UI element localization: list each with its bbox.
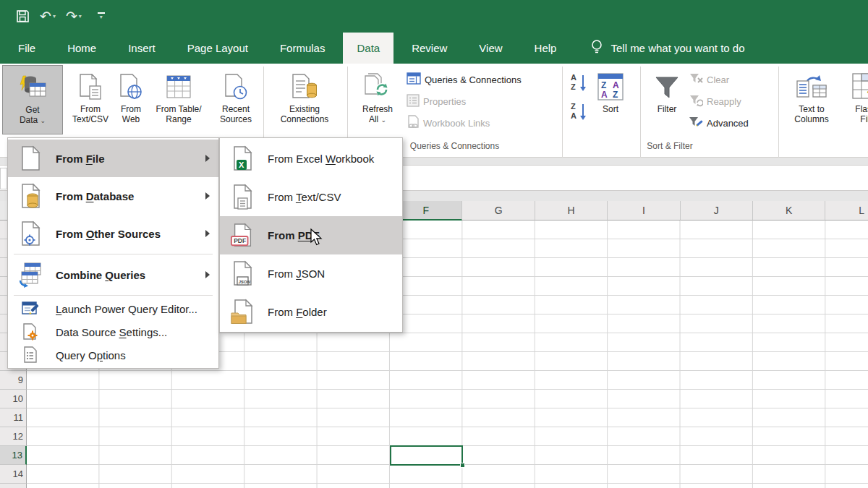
recent-sources-button[interactable]: RecentSources xyxy=(211,65,260,134)
existing-connections-icon xyxy=(290,69,319,101)
dropdown-caret-icon: ⌄ xyxy=(41,117,46,124)
menu-item-from-file[interactable]: From File xyxy=(8,140,218,177)
tab-formulas[interactable]: Formulas xyxy=(266,33,339,64)
combine-queries-icon xyxy=(18,262,43,288)
save-icon[interactable] xyxy=(16,9,30,23)
mouse-cursor xyxy=(310,228,326,250)
sort-icon: ZAAZ xyxy=(597,69,624,101)
text-to-columns-icon xyxy=(796,69,827,101)
menu-item-launch-power-query-editor[interactable]: Launch Power Query Editor... xyxy=(8,297,218,320)
ribbon-tab-bar: File Home Insert Page Layout Formulas Da… xyxy=(0,33,868,64)
svg-text:A: A xyxy=(571,73,576,82)
tab-file[interactable]: File xyxy=(4,33,49,64)
refresh-all-icon xyxy=(363,69,392,101)
file-document-icon xyxy=(18,145,43,171)
menu-separator xyxy=(14,295,213,296)
folder-icon xyxy=(230,299,255,326)
svg-text:X: X xyxy=(239,160,244,169)
excel-workbook-icon: X xyxy=(230,145,255,173)
queries-connections-button[interactable]: Queries & Connections xyxy=(407,71,522,88)
sort-button[interactable]: ZAAZ Sort xyxy=(592,65,629,134)
tab-view[interactable]: View xyxy=(465,33,516,64)
row-header-14[interactable]: 14 xyxy=(0,465,27,484)
menu-item-query-options[interactable]: Query Options xyxy=(8,343,218,367)
svg-text:Z: Z xyxy=(601,80,606,90)
undo-button[interactable]: ↶▾ xyxy=(40,9,56,23)
row-header-15[interactable]: 15 xyxy=(0,484,27,488)
svg-text:PDF: PDF xyxy=(234,237,246,244)
from-table-range-button[interactable]: From Table/Range xyxy=(146,65,211,134)
properties-icon xyxy=(407,94,420,109)
properties-button: Properties xyxy=(407,93,466,110)
flash-fill-button[interactable]: FlashFill xyxy=(841,65,868,134)
advanced-filter-button[interactable]: Advanced xyxy=(689,114,749,132)
menu-item-from-other-sources[interactable]: From Other Sources xyxy=(8,215,218,252)
queries-connections-icon xyxy=(407,72,421,87)
recent-sources-icon xyxy=(223,69,249,101)
submenu-item-from-text-csv[interactable]: From Text/CSV xyxy=(220,178,402,216)
existing-connections-button[interactable]: ExistingConnections xyxy=(267,65,342,134)
pdf-icon: PDF xyxy=(230,222,255,249)
sort-descending-button[interactable]: ZA xyxy=(569,101,590,124)
tab-help[interactable]: Help xyxy=(521,33,571,64)
tab-page-layout[interactable]: Page Layout xyxy=(174,33,262,64)
column-header-G[interactable]: G xyxy=(462,201,535,221)
dropdown-caret-icon: ⌄ xyxy=(381,116,387,124)
submenu-arrow-icon xyxy=(205,271,210,278)
column-header-H[interactable]: H xyxy=(535,201,608,221)
from-text-csv-icon xyxy=(77,69,103,101)
tab-data[interactable]: Data xyxy=(343,33,393,64)
title-bar: ↶▾ ↷▾ ▾ xyxy=(0,0,868,33)
customize-quick-access-icon[interactable]: ▾ xyxy=(98,12,105,20)
svg-text:A: A xyxy=(601,90,608,100)
filter-button[interactable]: Filter xyxy=(647,65,687,134)
text-csv-icon xyxy=(230,184,255,211)
clear-filter-button: Clear xyxy=(689,71,729,88)
column-header-I[interactable]: I xyxy=(608,201,680,221)
from-web-button[interactable]: FromWeb xyxy=(116,65,146,134)
group-label-sort-filter: Sort & Filter xyxy=(562,141,778,151)
submenu-arrow-icon xyxy=(205,230,210,237)
row-header-12[interactable]: 12 xyxy=(0,427,27,446)
column-header-L[interactable]: L xyxy=(825,201,868,221)
get-data-button[interactable]: GetData ⌄ xyxy=(2,65,63,134)
get-data-menu: From File From Database From Other Sourc… xyxy=(7,137,219,369)
submenu-arrow-icon xyxy=(205,192,210,200)
svg-text:A: A xyxy=(613,80,619,90)
row-header-11[interactable]: 11 xyxy=(0,408,27,427)
json-icon: JSON xyxy=(230,260,255,288)
svg-text:Z: Z xyxy=(571,82,576,91)
flash-fill-icon xyxy=(851,69,868,101)
reapply-filter-button: Reapply xyxy=(689,93,741,110)
submenu-item-from-folder[interactable]: From Folder xyxy=(220,293,402,331)
sort-ascending-button[interactable]: AZ xyxy=(569,72,590,95)
refresh-all-button[interactable]: RefreshAll ⌄ xyxy=(352,65,404,134)
advanced-filter-icon xyxy=(689,116,703,131)
column-header-J[interactable]: J xyxy=(681,201,753,221)
from-text-csv-button[interactable]: FromText/CSV xyxy=(67,65,114,134)
menu-item-from-database[interactable]: From Database xyxy=(8,177,218,215)
tab-insert[interactable]: Insert xyxy=(114,33,169,64)
from-web-icon xyxy=(118,69,144,101)
redo-button[interactable]: ↷▾ xyxy=(66,9,82,23)
menu-item-data-source-settings[interactable]: Data Source Settings... xyxy=(8,320,218,343)
submenu-item-from-json[interactable]: JSON From JSON xyxy=(220,254,402,293)
tell-me-box[interactable]: Tell me what you want to do xyxy=(590,33,744,64)
svg-text:Z: Z xyxy=(613,90,618,100)
filter-icon xyxy=(653,69,681,101)
submenu-item-from-excel-workbook[interactable]: X From Excel Workbook xyxy=(220,140,402,178)
svg-text:JSON: JSON xyxy=(239,279,251,283)
text-to-columns-button[interactable]: Text toColumns xyxy=(784,65,839,134)
fill-handle[interactable] xyxy=(460,463,465,468)
quick-access-toolbar: ↶▾ ↷▾ ▾ xyxy=(0,9,105,23)
menu-item-combine-queries[interactable]: Combine Queries xyxy=(8,256,218,294)
tab-home[interactable]: Home xyxy=(54,33,110,64)
row-header-10[interactable]: 10 xyxy=(0,390,27,408)
name-box[interactable] xyxy=(0,168,7,189)
clear-filter-icon xyxy=(689,72,703,87)
row-header-9[interactable]: 9 xyxy=(0,371,27,390)
column-header-K[interactable]: K xyxy=(753,201,825,221)
row-header-13[interactable]: 13 xyxy=(0,446,27,465)
tab-review[interactable]: Review xyxy=(398,33,461,64)
svg-text:A: A xyxy=(571,111,576,120)
